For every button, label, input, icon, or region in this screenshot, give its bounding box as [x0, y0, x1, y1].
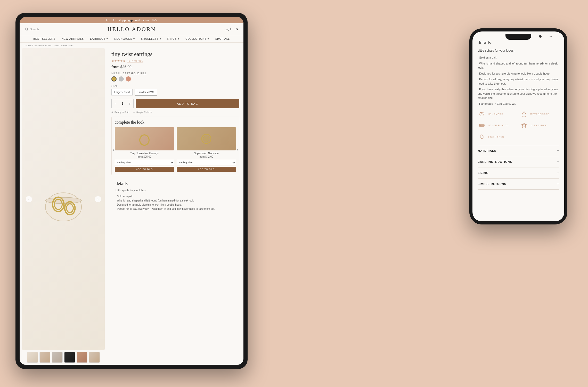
swatch-gold[interactable] — [111, 76, 117, 82]
bullet-2: · Wire is hand-shaped and left round (un… — [116, 199, 235, 203]
qty-minus-button[interactable]: - — [112, 99, 119, 108]
look-product-1-metal-select[interactable]: Sterling Silver — [115, 160, 174, 165]
details-section: details Little spirals for your lobes. ·… — [111, 178, 239, 214]
login-link[interactable]: Log In — [224, 28, 232, 31]
swatch-silver[interactable] — [119, 76, 124, 82]
bullet-3: · Designed for a single piercing to look… — [116, 203, 235, 207]
never-plated-icon — [478, 121, 486, 130]
phone-bullet-4: · Perfect for all day, everyday – twist … — [478, 77, 559, 86]
quantity-control: - 1 + — [111, 99, 134, 108]
thumbnail-5[interactable] — [77, 352, 87, 363]
nav-earrings[interactable]: EARRINGS ▾ — [90, 37, 108, 40]
add-to-bag-row: - 1 + ADD TO BAG — [111, 99, 239, 108]
svg-line-1 — [27, 30, 28, 31]
product-area: ‹ › tiny twist earrings ★★★★★ — [20, 48, 243, 365]
staff-fave-icon — [478, 133, 486, 141]
phone-screen: details Little spirals for your lobes. ·… — [472, 31, 564, 221]
search-label: Search — [30, 28, 39, 31]
product-price: from $26.00 — [111, 65, 239, 69]
prev-image-button[interactable]: ‹ — [26, 196, 32, 202]
shipping-row: ✈ Ready to Ship ↩ Simple Returns — [111, 111, 239, 114]
search-area[interactable]: Search — [25, 27, 39, 31]
phone-details-title: details — [478, 40, 559, 46]
look-next-arrow[interactable]: › — [237, 147, 238, 152]
ready-ship-badge: ✈ Ready to Ship — [111, 111, 129, 114]
thumbnail-strip — [20, 350, 107, 365]
complete-look-title: complete the look — [115, 120, 236, 125]
accordion-materials-plus: + — [557, 148, 559, 153]
color-swatches — [111, 76, 239, 82]
phone-bullet-6: · Handmade in Eau Claire, WI. — [478, 102, 559, 106]
accordion-care-instructions[interactable]: CARE INSTRUCTIONS + — [478, 156, 559, 167]
image-section: ‹ › — [20, 48, 107, 365]
next-image-button[interactable]: › — [95, 196, 101, 202]
size-options: Larger - 8MM Smaller - 6MM — [111, 89, 239, 95]
look-prev-arrow[interactable]: ‹ — [113, 147, 114, 152]
size-label: SIZE — [111, 85, 239, 87]
thumbnail-6[interactable] — [89, 352, 100, 363]
phone-bullet-2: · Wire is hand-shaped and left round (un… — [478, 61, 559, 70]
thumbnail-1[interactable] — [27, 352, 38, 363]
tablet-screen: Free US shipping on orders over $75 Sear… — [20, 17, 243, 365]
phone-device: ▪▪▪ details Little spirals for your lobe… — [469, 28, 567, 224]
nav-new-arrivals[interactable]: NEW ARRIVALS — [62, 37, 84, 40]
nav-best-sellers[interactable]: BEST SELLERS — [33, 37, 55, 40]
nav-rings[interactable]: RINGS ▾ — [167, 37, 179, 40]
nav-collections[interactable]: COLLECTIONS ▾ — [185, 37, 209, 40]
never-plated-label: NEVER PLATED — [488, 124, 509, 127]
details-title: details — [116, 181, 235, 186]
stars-row: ★★★★★ 10 REVIEWS — [111, 59, 239, 63]
waterproof-icon — [520, 110, 528, 118]
jess-pick-icon — [520, 121, 528, 130]
phone-details-intro: Little spirals for your lobes. — [478, 49, 559, 52]
main-nav: BEST SELLERS NEW ARRIVALS EARRINGS ▾ NEC… — [20, 35, 243, 43]
main-product-image: ‹ › — [22, 48, 105, 350]
look-product-2-image — [177, 127, 236, 150]
simple-returns-badge: ↩ Simple Returns — [133, 111, 152, 114]
nav-bracelets[interactable]: BRACELETS ▾ — [141, 37, 161, 40]
phone-bullet-3: · Designed for a single piercing to look… — [478, 71, 559, 76]
badge-jess-pick: JESS'S PICK — [520, 121, 559, 130]
swatch-rose[interactable] — [126, 76, 131, 82]
site-header: Search HELLO ADORN Log In 🛍 — [20, 23, 243, 35]
tablet-camera — [130, 20, 133, 22]
phone-bullet-5: · If you have really thin lobes, or your… — [478, 87, 559, 100]
add-to-bag-button[interactable]: ADD TO BAG — [136, 99, 239, 108]
size-larger[interactable]: Larger - 8MM — [111, 89, 133, 95]
look-product-2-metal-select[interactable]: Sterling Silver — [177, 160, 236, 165]
phone-badges: HANDMADE WATERPROOF — [478, 110, 559, 141]
look-product-1-name: Tiny Horseshoe Earrings — [115, 152, 174, 155]
thumbnail-4[interactable] — [64, 352, 75, 363]
phone-notch — [505, 34, 531, 40]
look-product-1: Tiny Horseshoe Earrings from $25.00 Ster… — [115, 127, 174, 172]
phone-bullet-1: · Sold as a pair. — [478, 55, 559, 60]
look-product-2-name: Supermoon Necklace — [177, 152, 236, 155]
badge-never-plated: NEVER PLATED — [478, 121, 517, 130]
earring-illustration — [43, 173, 84, 225]
product-details-panel: tiny twist earrings ★★★★★ 10 REVIEWS fro… — [107, 48, 243, 365]
look-product-2-add-button[interactable]: ADD TO BAG — [177, 167, 236, 172]
look-product-1-add-button[interactable]: ADD TO BAG — [115, 167, 174, 172]
nav-shop-all[interactable]: SHOP ALL — [215, 37, 230, 40]
accordion-simple-returns[interactable]: SIMPLE RETURNS + — [478, 179, 559, 190]
nav-necklaces[interactable]: NECKLACES ▾ — [114, 37, 135, 40]
star-rating: ★★★★★ — [111, 59, 126, 63]
look-product-1-image — [115, 127, 174, 150]
accordion-materials[interactable]: MATERIALS + — [478, 145, 559, 156]
look-product-1-price: from $25.00 — [115, 155, 174, 158]
review-count[interactable]: 10 REVIEWS — [127, 60, 143, 62]
product-title: tiny twist earrings — [111, 51, 239, 58]
size-smaller[interactable]: Smaller - 6MM — [135, 89, 157, 95]
site-logo: HELLO ADORN — [108, 26, 156, 33]
cart-icon[interactable]: 🛍 — [235, 28, 238, 31]
thumbnail-3[interactable] — [52, 352, 63, 363]
accordion-sizing[interactable]: SIZING + — [478, 167, 559, 179]
phone-camera — [539, 35, 542, 38]
handmade-icon — [478, 110, 486, 118]
qty-plus-button[interactable]: + — [126, 99, 133, 108]
handmade-label: HANDMADE — [488, 113, 503, 115]
bullet-4: · Perfect for all day, everyday – twist … — [116, 207, 235, 211]
thumbnail-2[interactable] — [39, 352, 50, 363]
phone-accordion: MATERIALS + CARE INSTRUCTIONS + SIZING +… — [478, 145, 559, 190]
breadcrumb: HOME / EARRINGS / TINY TWIST EARRINGS — [20, 43, 243, 48]
